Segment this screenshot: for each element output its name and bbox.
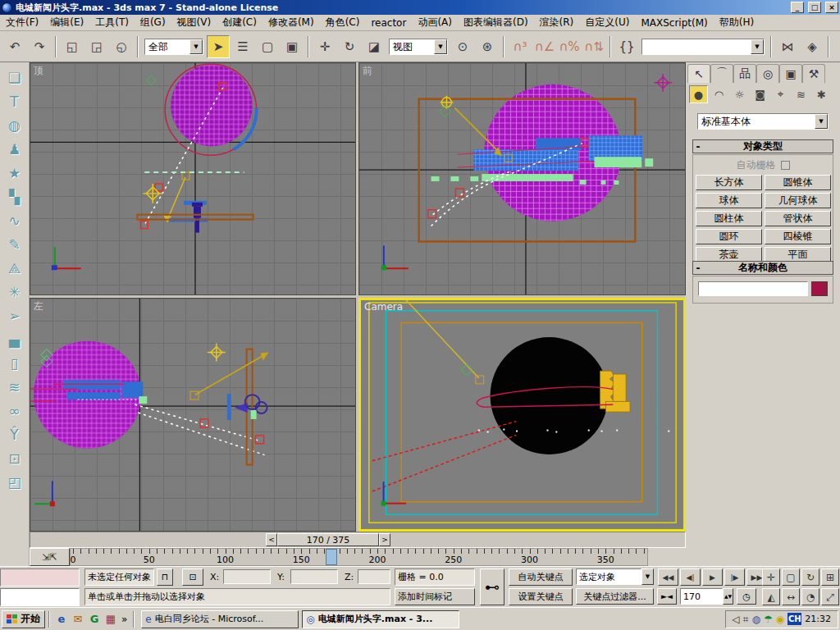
lt-boxes-icon[interactable]: ❏	[3, 66, 26, 89]
subtab-geometry[interactable]: ●	[689, 85, 708, 103]
lt-knife-icon[interactable]: ✎	[3, 232, 26, 256]
viewport-top-label[interactable]: 顶	[34, 64, 43, 78]
object-button-几何球体[interactable]: 几何球体	[765, 193, 831, 208]
menu-item-1[interactable]: 编辑(E)	[44, 14, 89, 31]
lt-spring-icon[interactable]: ∿	[3, 208, 26, 232]
object-button-圆锥体[interactable]: 圆锥体	[765, 175, 831, 190]
quick-launch-more[interactable]: »	[119, 614, 130, 625]
named-selection-dropdown-arrow-icon[interactable]: ▼	[751, 39, 764, 54]
frame-spinner[interactable]: ▲▼	[723, 588, 733, 605]
lt-ball-icon[interactable]: ◍	[3, 113, 26, 137]
object-button-球体[interactable]: 球体	[696, 193, 762, 208]
viewport-front-label[interactable]: 前	[363, 64, 372, 78]
tab-hierarchy[interactable]: 品	[733, 64, 756, 83]
quick-mail-icon[interactable]: ✉	[70, 611, 86, 628]
select-and-move-icon[interactable]: ✛	[313, 35, 336, 58]
key-mode-dropdown-arrow[interactable]: ▼	[641, 568, 654, 585]
object-type-rollout-header[interactable]: - 对象类型	[692, 139, 833, 153]
select-by-name-icon[interactable]: ☰	[231, 35, 254, 58]
lt-spintop-icon[interactable]: ♟	[3, 137, 26, 161]
set-key-mode-button[interactable]: 设置关键点	[509, 588, 573, 605]
lt-star-icon[interactable]: ★	[3, 161, 26, 185]
tab-display[interactable]: ▣	[779, 64, 802, 83]
viewport-left-label[interactable]: 左	[34, 299, 43, 313]
maxscript-listener-pink[interactable]	[0, 568, 80, 587]
tray-network-icon[interactable]: ⌗	[743, 614, 749, 625]
minimize-button[interactable]: _	[791, 2, 804, 13]
auto-key-button[interactable]: 自动关键点	[509, 568, 573, 586]
object-button-四棱锥[interactable]: 四棱锥	[765, 229, 831, 244]
set-key-big-button[interactable]: ⊷	[480, 568, 504, 605]
lt-gear-icon[interactable]: ✳	[3, 280, 26, 304]
language-indicator[interactable]: CH	[788, 613, 801, 625]
menu-item-12[interactable]: 自定义(U)	[579, 14, 635, 31]
snap-toggle-icon[interactable]: ∩³	[509, 35, 532, 58]
rectangular-selection-region-icon[interactable]: ▢	[256, 35, 279, 58]
viewport-left[interactable]: 左	[30, 298, 356, 532]
z-coordinate-field[interactable]	[358, 569, 390, 584]
select-and-scale-icon[interactable]: ◪	[363, 35, 386, 58]
tray-volume-icon[interactable]: ◁	[733, 614, 740, 625]
object-button-圆环[interactable]: 圆环	[696, 229, 762, 244]
select-and-rotate-icon[interactable]: ↻	[338, 35, 361, 58]
menu-item-4[interactable]: 视图(V)	[171, 14, 217, 31]
tab-modify[interactable]: ⌒	[710, 64, 733, 83]
zoom-all-icon[interactable]: ▢	[782, 568, 800, 586]
maximize-button[interactable]: □	[808, 2, 821, 13]
lt-car-icon[interactable]: ▄	[3, 327, 26, 351]
object-name-input[interactable]	[698, 281, 808, 296]
viewport-camera-label[interactable]: Camera	[364, 301, 403, 313]
add-time-tag-button[interactable]: 添加时间标记	[395, 588, 475, 605]
bind-to-space-warp-icon[interactable]: ◵	[110, 35, 133, 58]
angle-snap-icon[interactable]: ∩∠	[533, 35, 556, 58]
subtab-cameras[interactable]: ◙	[751, 85, 769, 103]
dropdown-arrow-icon[interactable]: ▼	[815, 114, 828, 129]
viewport-camera[interactable]: Camera	[358, 298, 686, 532]
select-and-link-icon[interactable]: ◱	[61, 35, 84, 58]
selection-filter-dropdown[interactable]: 全部▼	[144, 39, 203, 55]
start-button[interactable]: 开始	[2, 610, 45, 628]
subtab-shapes[interactable]: ◠	[710, 85, 728, 103]
current-frame-field[interactable]: 170	[680, 588, 723, 605]
lt-waves-icon[interactable]: ≋	[3, 375, 26, 399]
task-forum-button[interactable]: e电白同乡论坛 - Microsof...	[141, 610, 299, 628]
close-button[interactable]: ×	[825, 2, 838, 13]
select-object-icon[interactable]: ➤	[207, 35, 230, 58]
subtab-space-warps[interactable]: ≋	[792, 85, 810, 103]
subtab-helpers[interactable]: ⌖	[771, 85, 790, 103]
menu-item-6[interactable]: 修改器(M)	[262, 14, 320, 31]
spinner-snap-icon[interactable]: ∩⇅	[582, 35, 605, 58]
lt-dice-icon[interactable]: ⊡	[3, 446, 26, 470]
selection-filter-dropdown-arrow-icon[interactable]: ▼	[189, 39, 203, 54]
play-button[interactable]: ▶	[702, 568, 723, 586]
subtab-lights[interactable]: ☼	[730, 85, 749, 103]
menu-item-11[interactable]: 渲染(R)	[534, 14, 580, 31]
tab-utilities[interactable]: ⚒	[802, 64, 825, 83]
menu-item-13[interactable]: MAXScript(M)	[635, 16, 713, 30]
object-button-长方体[interactable]: 长方体	[696, 175, 762, 190]
mirror-icon[interactable]: ⋈	[776, 35, 799, 58]
zoom-extents-icon[interactable]: ↻	[801, 568, 819, 586]
viewport-front[interactable]: 前	[358, 62, 686, 295]
reference-coordinate-dropdown-arrow-icon[interactable]: ▼	[434, 39, 447, 54]
time-slider-next-button[interactable]: >	[379, 533, 390, 546]
named-selection-dropdown[interactable]: ▼	[641, 39, 765, 55]
menu-item-2[interactable]: 工具(T)	[89, 14, 135, 31]
key-filters-button[interactable]: 关键点过滤器...	[576, 588, 654, 605]
pan-icon[interactable]: ↔	[782, 588, 800, 605]
quick-media-icon[interactable]: ▦	[103, 611, 119, 628]
use-pivot-center-icon[interactable]: ⊙	[451, 35, 474, 58]
quick-ie-icon[interactable]: e	[53, 611, 70, 628]
y-coordinate-field[interactable]	[290, 569, 338, 584]
menu-item-7[interactable]: 角色(C)	[320, 14, 366, 31]
quick-g-icon[interactable]: G	[86, 611, 103, 628]
maxscript-listener-white[interactable]	[0, 588, 80, 606]
field-of-view-icon[interactable]: ◭	[762, 588, 780, 605]
object-color-swatch[interactable]	[811, 281, 828, 296]
lt-weathervane-icon[interactable]: ➢	[3, 304, 26, 327]
align-icon[interactable]: ◈	[801, 35, 824, 58]
viewport-top[interactable]: 顶	[30, 62, 356, 295]
time-slider-prev-button[interactable]: <	[266, 533, 277, 546]
absolute-offset-toggle[interactable]: ⊡	[182, 568, 203, 586]
tab-create[interactable]: ↖	[687, 64, 710, 83]
